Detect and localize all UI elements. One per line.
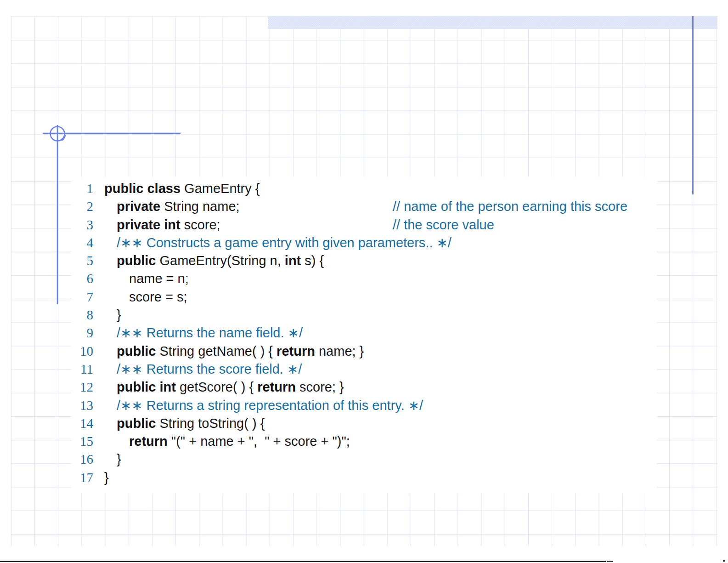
line-number: 4: [0, 234, 93, 252]
code-segment-plain: String name;: [160, 199, 239, 214]
code-text: return "(" + name + ", " + score + ")";: [129, 432, 350, 450]
code-segment-plain: score = s;: [129, 290, 187, 304]
code-segment-keyword: public int: [117, 380, 176, 394]
line-number: 12: [0, 378, 93, 396]
line-number: 6: [0, 270, 93, 288]
code-segment-plain: "(" + name + ", " + score + ")";: [168, 434, 350, 449]
code-segment-plain: String toString( ) {: [156, 416, 265, 431]
inline-comment: // the score value: [393, 216, 494, 234]
code-text: }: [104, 469, 109, 487]
code-segment-keyword: private: [117, 199, 160, 214]
code-line: 13/∗∗ Returns a string representation of…: [0, 397, 728, 415]
code-segment-comment: /∗∗ Returns the score field. ∗/: [117, 362, 302, 376]
code-segment-plain: s) {: [301, 253, 324, 268]
code-text: score = s;: [129, 288, 187, 306]
code-segment-comment: /∗∗ Returns the name field. ∗/: [117, 325, 303, 340]
code-segment-keyword: int: [285, 253, 301, 268]
code-line: 5public GameEntry(String n, int s) {: [0, 252, 728, 270]
code-line: 2private String name;// name of the pers…: [0, 198, 728, 216]
code-text: public String getName( ) { return name; …: [117, 342, 364, 360]
code-text: /∗∗ Returns a string representation of t…: [117, 397, 423, 415]
line-number: 11: [0, 360, 93, 378]
line-number: 5: [0, 252, 93, 270]
code-line: 12public int getScore( ) { return score;…: [0, 378, 728, 396]
code-line: 1public class GameEntry {: [0, 180, 728, 198]
code-text: public String toString( ) {: [117, 415, 265, 432]
code-segment-plain: score;: [181, 217, 220, 232]
code-segment-comment: /∗∗ Returns a string representation of t…: [117, 398, 423, 413]
code-segment-plain: score; }: [296, 380, 344, 394]
line-number: 14: [0, 415, 93, 432]
line-number: 15: [0, 432, 93, 450]
code-line: 16}: [0, 450, 728, 468]
line-number: 8: [0, 306, 93, 324]
code-segment-plain: name = n;: [129, 271, 189, 286]
code-segment-plain: }: [117, 452, 121, 466]
header-highlight-band: [268, 16, 717, 29]
line-number: 17: [0, 469, 93, 487]
line-number: 9: [0, 324, 93, 342]
code-segment-plain: GameEntry {: [181, 181, 260, 196]
line-number: 2: [0, 198, 93, 216]
line-number: 10: [0, 342, 93, 360]
code-segment-comment: /∗∗ Constructs a game entry with given p…: [117, 235, 451, 250]
code-segment-keyword: private int: [117, 217, 181, 232]
code-line: 7score = s;: [0, 288, 728, 306]
code-segment-keyword: return: [257, 380, 296, 394]
code-line: 15return "(" + name + ", " + score + ")"…: [0, 432, 728, 450]
line-number: 7: [0, 288, 93, 306]
code-line: 17}: [0, 469, 728, 487]
code-line: 4/∗∗ Constructs a game entry with given …: [0, 234, 728, 252]
code-line: 8}: [0, 306, 728, 324]
code-line: 14public String toString( ) {: [0, 415, 728, 432]
code-listing: 1public class GameEntry {2private String…: [0, 180, 728, 487]
page-edge-rule-fragment: [607, 561, 613, 562]
code-segment-keyword: public: [117, 416, 156, 431]
line-number: 3: [0, 216, 93, 234]
code-line: 11/∗∗ Returns the score field. ∗/: [0, 360, 728, 378]
line-number: 1: [0, 180, 93, 198]
code-text: name = n;: [129, 270, 189, 288]
page-edge-dot: [723, 560, 725, 562]
code-segment-plain: getScore( ) {: [176, 380, 257, 394]
code-segment-keyword: return: [129, 434, 168, 449]
code-segment-keyword: return: [277, 344, 315, 358]
code-text: /∗∗ Constructs a game entry with given p…: [117, 234, 451, 252]
code-line: 6name = n;: [0, 270, 728, 288]
code-text: }: [117, 306, 121, 324]
code-text: public class GameEntry {: [104, 180, 260, 198]
code-text: /∗∗ Returns the name field. ∗/: [117, 324, 303, 342]
code-text: public int getScore( ) { return score; }: [117, 378, 344, 396]
line-number: 13: [0, 397, 93, 415]
code-segment-plain: }: [117, 307, 121, 322]
code-segment-plain: name; }: [315, 344, 364, 358]
code-line: 3private int score;// the score value: [0, 216, 728, 234]
code-text: private int score;: [117, 216, 220, 234]
code-segment-keyword: public: [117, 253, 156, 268]
code-segment-plain: GameEntry(String n,: [156, 253, 284, 268]
code-segment-plain: }: [104, 470, 109, 485]
code-text: /∗∗ Returns the score field. ∗/: [117, 360, 302, 378]
inline-comment: // name of the person earning this score: [393, 198, 627, 216]
code-text: private String name;: [117, 198, 240, 216]
code-segment-plain: String getName( ) {: [156, 344, 277, 358]
page-edge-rule: [0, 561, 606, 562]
line-number: 16: [0, 450, 93, 468]
code-segment-keyword: public: [117, 344, 156, 358]
code-text: public GameEntry(String n, int s) {: [117, 252, 324, 270]
code-text: }: [117, 450, 121, 468]
code-segment-keyword: public class: [104, 181, 181, 196]
code-line: 9/∗∗ Returns the name field. ∗/: [0, 324, 728, 342]
scanned-code-page: 1public class GameEntry {2private String…: [0, 0, 728, 563]
right-margin-rule: [692, 16, 694, 194]
code-line: 10public String getName( ) { return name…: [0, 342, 728, 360]
